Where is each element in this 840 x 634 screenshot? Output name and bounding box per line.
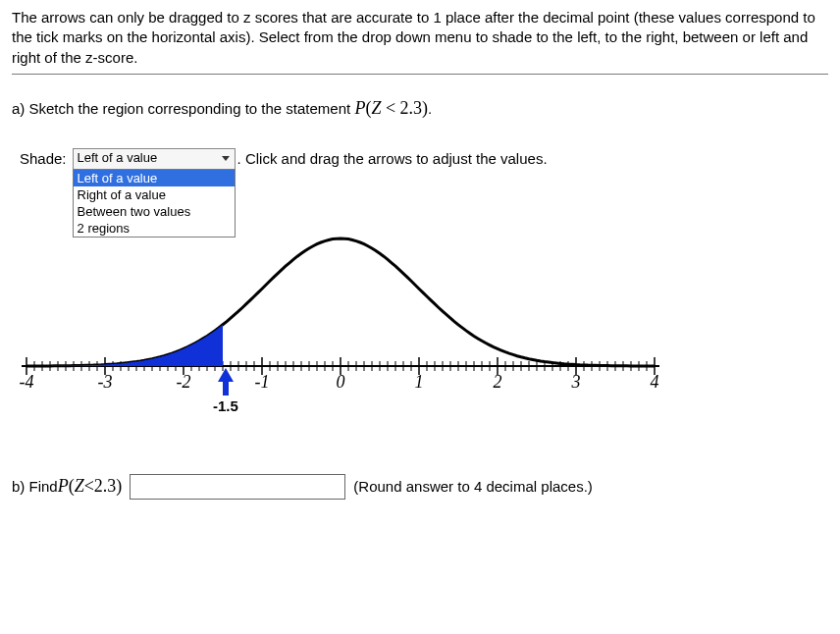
answer-input[interactable] — [130, 474, 345, 500]
shade-option-between[interactable]: Between two values — [74, 203, 235, 220]
divider — [12, 74, 828, 75]
formula-p: P — [354, 98, 365, 118]
svg-text:-4: -4 — [20, 372, 34, 392]
formula-b-val: 2.3 — [94, 476, 117, 497]
formula-z: Z — [371, 98, 381, 118]
shade-dropdown[interactable]: Left of a value Left of a value Right of… — [73, 148, 236, 170]
part-b-row: b) Find P(Z < 2.3) (Round answer to 4 de… — [12, 474, 828, 500]
arrow-value-label: -1.5 — [213, 397, 238, 414]
shade-option-right[interactable]: Right of a value — [74, 186, 235, 203]
formula-b-z: Z — [75, 476, 84, 497]
svg-text:-1: -1 — [255, 372, 270, 392]
shaded-region — [26, 325, 223, 366]
part-a-prefix: a) Sketch the region corresponding to th… — [12, 100, 354, 117]
normal-curve — [26, 238, 655, 366]
svg-text:4: 4 — [651, 372, 659, 392]
part-b-prefix: b) Find — [12, 478, 58, 495]
shade-dropdown-list: Left of a value Right of a value Between… — [73, 169, 236, 238]
instructions-text: The arrows can only be dragged to z scor… — [12, 8, 828, 68]
shade-option-2regions[interactable]: 2 regions — [74, 220, 235, 237]
formula-b-op: < — [84, 476, 94, 497]
part-a-prompt: a) Sketch the region corresponding to th… — [12, 98, 828, 119]
svg-text:0: 0 — [337, 372, 345, 392]
shade-label: Shade: — [20, 148, 67, 167]
svg-text:-2: -2 — [177, 372, 191, 392]
shade-controls: Shade: Left of a value Left of a value R… — [20, 148, 828, 170]
part-a-period: . — [428, 100, 432, 117]
shade-after-text: . Click and drag the arrows to adjust th… — [237, 148, 548, 167]
svg-text:2: 2 — [494, 372, 502, 392]
tick-labels: -4-3-2-101234 — [20, 372, 659, 392]
formula-op: < — [381, 98, 399, 118]
formula-b-p: P — [58, 476, 69, 497]
svg-text:-3: -3 — [98, 372, 113, 392]
shade-instruction: Click and drag the arrows to adjust the … — [241, 150, 548, 167]
formula-val: 2.3 — [400, 98, 423, 118]
formula-b-close: ) — [116, 476, 122, 497]
shade-select-display[interactable]: Left of a value — [73, 148, 236, 170]
shade-option-left[interactable]: Left of a value — [74, 170, 235, 186]
svg-text:1: 1 — [415, 372, 424, 392]
round-hint: (Round answer to 4 decimal places.) — [353, 478, 592, 495]
z-arrow-handle[interactable]: -1.5 — [213, 368, 238, 414]
arrow-up-icon — [216, 368, 236, 396]
svg-text:3: 3 — [571, 372, 581, 392]
